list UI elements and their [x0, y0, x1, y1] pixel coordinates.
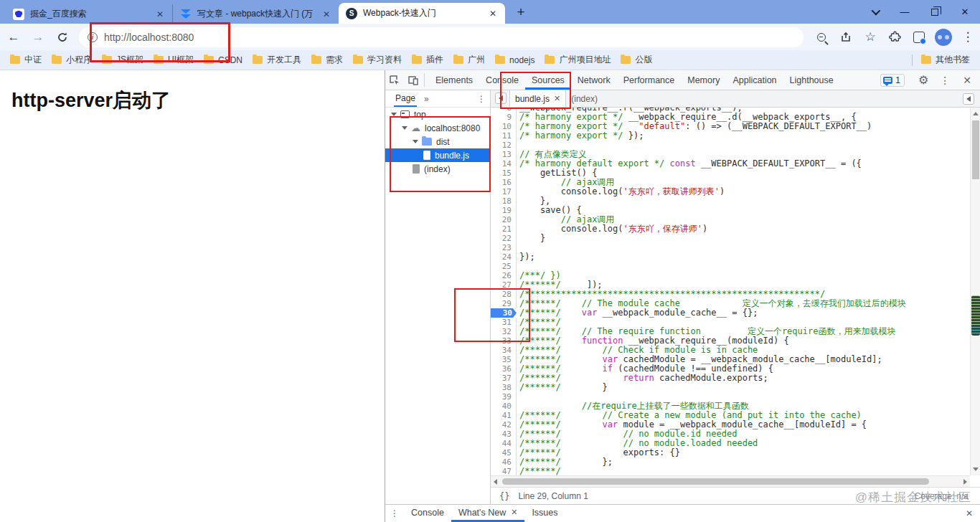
bookmark-item[interactable]: JS框架 — [102, 54, 143, 66]
line-number[interactable]: 36 — [491, 364, 517, 374]
file-tab-index[interactable]: (index) — [566, 90, 603, 107]
line-number[interactable]: 45 — [491, 448, 517, 457]
extension-pinned-button[interactable] — [908, 27, 930, 47]
tab-sources[interactable]: Sources — [525, 70, 571, 90]
line-number[interactable]: 25 — [491, 262, 517, 271]
expander-arrow-icon[interactable] — [413, 140, 418, 143]
minimize-button[interactable]: — — [890, 0, 920, 24]
line-number[interactable]: 41 — [491, 411, 517, 420]
editor-horizontal-scrollbar[interactable] — [491, 475, 970, 487]
line-number[interactable]: 37 — [491, 374, 517, 383]
line-number[interactable]: 16 — [491, 178, 517, 187]
other-bookmarks-button[interactable]: 其他书签 — [921, 54, 970, 66]
scroll-right-arrow[interactable] — [963, 479, 967, 485]
tab-performance[interactable]: Performance — [617, 70, 682, 90]
browser-menu-button[interactable]: ⋮ — [957, 27, 979, 47]
bookmark-item[interactable]: 公版 — [621, 54, 652, 66]
line-number[interactable]: 27 — [491, 280, 517, 290]
line-number[interactable]: 14 — [491, 159, 517, 169]
line-number[interactable]: 13 — [491, 150, 517, 159]
bookmark-item[interactable]: 小程序 — [52, 54, 92, 66]
expander-arrow-icon[interactable] — [391, 113, 397, 116]
tab-page[interactable]: Page — [394, 90, 417, 107]
editor-vertical-scrollbar[interactable] — [970, 108, 980, 475]
line-number[interactable]: 43 — [491, 430, 517, 439]
file-tab-bundlejs[interactable]: bundle.js✕ — [509, 90, 566, 107]
back-button[interactable]: ← — [3, 27, 24, 47]
pretty-print-button[interactable]: {} — [499, 491, 509, 501]
site-info-icon[interactable]: i — [88, 32, 98, 42]
line-number[interactable]: 23 — [491, 243, 517, 252]
line-number[interactable]: 29 — [491, 299, 517, 308]
bookmark-item[interactable]: 广州项目地址 — [545, 54, 611, 66]
zoom-icon[interactable] — [811, 27, 832, 47]
tab-close-icon[interactable]: ✕ — [320, 8, 333, 21]
line-number[interactable]: 44 — [491, 439, 517, 448]
forward-button[interactable]: → — [27, 27, 49, 47]
bookmark-item[interactable]: 中证 — [10, 54, 42, 66]
line-number[interactable]: 32 — [491, 327, 517, 336]
devtools-menu-button[interactable]: ⋮ — [934, 75, 956, 86]
sidebar-menu-button[interactable]: ⋮ — [477, 94, 486, 104]
line-number[interactable]: 35 — [491, 355, 517, 364]
bookmark-item[interactable]: 开发工具 — [253, 54, 301, 66]
code-editor[interactable]: 8__webpack_require__.r(__webpack_exports… — [491, 108, 970, 475]
line-number[interactable]: 39 — [491, 392, 517, 402]
line-number[interactable]: 40 — [491, 402, 517, 411]
tab-memory[interactable]: Memory — [681, 70, 726, 90]
reload-button[interactable] — [52, 27, 73, 47]
line-number[interactable]: 20 — [491, 215, 517, 224]
drawer-tab-Issues[interactable]: Issues — [524, 505, 565, 522]
line-number[interactable]: 10 — [491, 122, 517, 131]
drawer-tab-Console[interactable]: Console — [404, 505, 451, 522]
line-number[interactable]: 38 — [491, 383, 517, 392]
drawer-tab-close-icon[interactable]: ✕ — [511, 508, 517, 517]
tree-item-dist[interactable]: dist — [385, 135, 490, 148]
line-number[interactable]: 31 — [491, 318, 517, 327]
browser-tab[interactable]: SWebpack-快速入门✕ — [339, 3, 505, 24]
settings-gear-icon[interactable]: ⚙ — [913, 73, 934, 87]
tree-item-index[interactable]: (index) — [385, 162, 490, 176]
bookmark-star-button[interactable]: ☆ — [859, 27, 881, 47]
sidebar-overflow-chevron[interactable]: » — [424, 94, 429, 104]
line-number-marker[interactable]: 30 — [491, 308, 517, 318]
show-sidebar-toggle-button[interactable] — [963, 93, 974, 105]
restore-button[interactable] — [920, 0, 950, 24]
line-number[interactable]: 33 — [491, 336, 517, 346]
tree-item-top[interactable]: top — [385, 108, 490, 121]
tab-scroll-left-button[interactable] — [495, 92, 507, 104]
extensions-button[interactable] — [884, 27, 905, 47]
browser-tab[interactable]: 写文章 - webpack快速入门 (万✕ — [172, 4, 339, 24]
drawer-menu-button[interactable]: ⋮ — [385, 505, 404, 522]
line-number[interactable]: 12 — [491, 141, 517, 150]
bookmark-item[interactable]: 广州 — [453, 54, 485, 66]
line-number[interactable]: 34 — [491, 346, 517, 355]
drawer-close-button[interactable]: ✕ — [958, 505, 980, 522]
tab-close-icon[interactable]: ✕ — [154, 8, 166, 21]
horizontal-scroll-thumb[interactable] — [502, 478, 929, 485]
file-tab-close-icon[interactable]: ✕ — [554, 94, 560, 103]
close-window-button[interactable]: ✕ — [950, 0, 980, 24]
line-number[interactable]: 17 — [491, 187, 517, 196]
line-number[interactable]: 18 — [491, 196, 517, 206]
line-number[interactable]: 26 — [491, 271, 517, 280]
avatar[interactable] — [933, 27, 954, 47]
url-text[interactable]: http://localhost:8080 — [104, 32, 194, 43]
line-number[interactable]: 19 — [491, 206, 517, 215]
tab-elements[interactable]: Elements — [429, 70, 479, 90]
drawer-tab-WhatsNew[interactable]: What's New✕ — [451, 505, 525, 522]
line-number[interactable]: 28 — [491, 290, 517, 299]
tab-network[interactable]: Network — [571, 70, 617, 90]
window-chevron-button[interactable] — [859, 0, 890, 24]
tab-application[interactable]: Application — [726, 70, 783, 90]
bookmark-item[interactable]: nodejs — [495, 55, 534, 65]
tab-lighthouse[interactable]: Lighthouse — [783, 70, 840, 90]
line-number[interactable]: 46 — [491, 457, 517, 467]
bookmark-item[interactable]: CSDN — [204, 55, 242, 65]
issues-badge[interactable]: 1 — [880, 74, 905, 87]
bookmark-item[interactable]: UI框架 — [154, 54, 194, 66]
browser-tab[interactable]: 掘金_百度搜索✕ — [6, 4, 172, 24]
bookmark-item[interactable]: 需求 — [311, 54, 343, 66]
vertical-scroll-thumb[interactable] — [972, 120, 979, 179]
bookmark-item[interactable]: 学习资料 — [353, 54, 402, 66]
